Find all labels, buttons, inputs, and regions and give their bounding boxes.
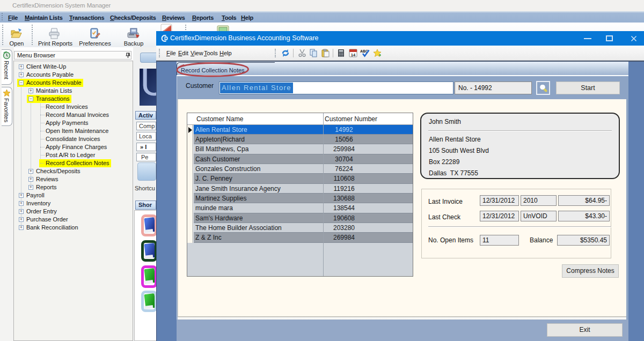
svg-text:14: 14	[351, 53, 356, 57]
